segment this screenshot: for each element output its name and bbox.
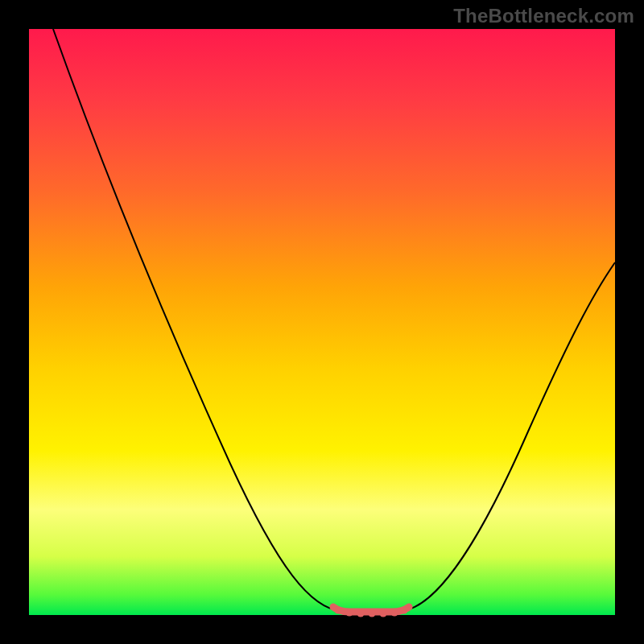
bottleneck-curve	[53, 29, 615, 611]
svg-point-0	[335, 607, 342, 614]
svg-point-2	[357, 610, 365, 617]
svg-point-1	[346, 609, 353, 617]
svg-point-3	[369, 610, 376, 617]
svg-point-4	[380, 610, 387, 617]
attribution-label: TheBottleneck.com	[453, 5, 634, 27]
svg-point-6	[401, 607, 408, 614]
curve-layer	[29, 29, 615, 615]
svg-point-5	[391, 609, 398, 617]
plot-area	[29, 29, 615, 615]
chart-frame: TheBottleneck.com	[0, 0, 644, 644]
